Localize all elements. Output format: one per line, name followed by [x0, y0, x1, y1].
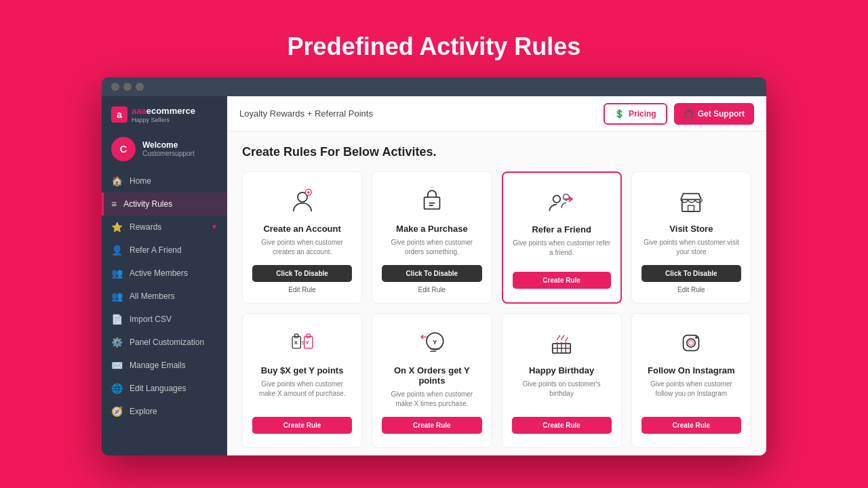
- user-sub: Customersupport: [142, 150, 195, 157]
- nav-label: All Members: [130, 291, 175, 301]
- sidebar-item-refer-a-friend[interactable]: 👤 Refer A Friend: [102, 239, 227, 262]
- support-icon: 🎧: [684, 109, 694, 119]
- sidebar-item-explore[interactable]: 🧭 Explore: [102, 400, 227, 423]
- nav-label: Active Members: [130, 268, 188, 278]
- section-title: Create Rules For Below Activites.: [242, 145, 751, 159]
- edit-rule-link-visit-store[interactable]: Edit Rule: [677, 286, 705, 293]
- nav-icon: 🧭: [111, 406, 123, 417]
- nav-items: 🏠 Home ≡ Activity Rules ⭐ Rewards ▼👤 Ref…: [102, 169, 227, 455]
- edit-rule-link-make-purchase[interactable]: Edit Rule: [418, 286, 446, 293]
- card-make-purchase: Make a PurchaseGive points when customer…: [372, 171, 492, 304]
- svg-point-29: [687, 339, 695, 347]
- create-account-icon: [285, 184, 319, 218]
- sidebar-item-active-members[interactable]: 👥 Active Members: [102, 262, 227, 285]
- card-buy-x-get-y: Y X $ Buy $X get Y pointsGive points whe…: [242, 313, 362, 448]
- sidebar-item-home[interactable]: 🏠 Home: [102, 169, 227, 192]
- follow-instagram-icon: [674, 326, 708, 360]
- nav-icon: 📄: [111, 314, 123, 325]
- visit-store-icon: [674, 184, 708, 218]
- sidebar-item-panel-customization[interactable]: ⚙️ Panel Customization: [102, 331, 227, 354]
- refer-friend-icon: [545, 185, 578, 219]
- disable-button-make-purchase[interactable]: Click To Disable: [382, 265, 481, 282]
- sidebar-item-import-csv[interactable]: 📄 Import CSV: [102, 308, 227, 331]
- svg-point-5: [553, 195, 561, 203]
- card-desc-refer-friend: Give points when customer refer a friend…: [513, 239, 611, 264]
- card-x-orders-get-y: Y On X Orders get Y pointsGive points wh…: [372, 313, 492, 448]
- cards-row-1: Create an AccountGive points when custom…: [242, 171, 751, 304]
- topbar-actions: 💲 Pricing 🎧 Get Support: [604, 103, 754, 125]
- nav-label: Explore: [130, 407, 157, 416]
- edit-rule-link-create-account[interactable]: Edit Rule: [288, 286, 316, 293]
- sidebar-logo: a aaaecommerce Happy Sellers: [102, 96, 227, 130]
- content-area: Create Rules For Below Activites. Create…: [227, 131, 766, 455]
- chevron-down-icon: ▼: [211, 223, 218, 230]
- logo-brand: aaaecommerce: [132, 106, 195, 117]
- main-content: Loyalty Rewards + Referral Points 💲 Pric…: [227, 96, 766, 455]
- svg-point-27: [565, 342, 567, 344]
- nav-icon: 👤: [111, 245, 123, 256]
- pricing-button[interactable]: 💲 Pricing: [604, 103, 667, 125]
- sidebar-item-manage-emails[interactable]: ✉️ Manage Emails: [102, 354, 227, 377]
- logo-sub: Happy Sellers: [132, 117, 195, 123]
- cards-row-2: Y X $ Buy $X get Y pointsGive points whe…: [242, 313, 751, 448]
- browser-dot-2: [123, 83, 132, 91]
- svg-text:X: X: [294, 340, 298, 346]
- sidebar-item-activity-rules[interactable]: ≡ Activity Rules: [102, 192, 227, 216]
- buy-x-get-y-icon: Y X $: [285, 326, 319, 360]
- svg-point-25: [557, 342, 559, 344]
- nav-label: Panel Customization: [130, 338, 204, 347]
- card-desc-make-purchase: Give points when customer orders somethi…: [382, 238, 481, 257]
- make-purchase-icon: [415, 184, 449, 218]
- nav-label: Refer A Friend: [130, 245, 182, 255]
- support-button[interactable]: 🎧 Get Support: [674, 103, 754, 125]
- nav-icon: ≡: [111, 199, 117, 209]
- nav-label: Home: [130, 176, 151, 186]
- pricing-icon: 💲: [614, 109, 625, 119]
- browser-dot-3: [136, 83, 144, 91]
- sidebar-item-edit-languages[interactable]: 🌐 Edit Languages: [102, 377, 227, 400]
- avatar: C: [111, 137, 136, 161]
- browser-titlebar: [102, 77, 766, 96]
- card-follow-instagram: Follow On InstagramGive points when cust…: [631, 313, 751, 448]
- nav-label: Rewards: [130, 222, 161, 232]
- nav-icon: ✉️: [111, 360, 123, 371]
- disable-button-visit-store[interactable]: Click To Disable: [642, 265, 741, 282]
- nav-icon: ⭐: [111, 222, 123, 232]
- create-button-follow-instagram[interactable]: Create Rule: [642, 417, 741, 434]
- card-desc-follow-instagram: Give points when customer follow you on …: [642, 380, 741, 409]
- sidebar-item-all-members[interactable]: 👥 All Members: [102, 285, 227, 308]
- sidebar: a aaaecommerce Happy Sellers C Welcome C…: [102, 96, 227, 455]
- card-desc-create-account: Give points when customer creates an acc…: [252, 238, 352, 257]
- card-title-visit-store: Visit Store: [669, 224, 713, 234]
- user-name: Welcome: [142, 140, 195, 150]
- disable-button-create-account[interactable]: Click To Disable: [252, 265, 352, 282]
- card-refer-friend: Refer a FriendGive points when customer …: [502, 171, 622, 304]
- card-create-account: Create an AccountGive points when custom…: [242, 171, 362, 304]
- topbar: Loyalty Rewards + Referral Points 💲 Pric…: [227, 96, 766, 131]
- create-button-x-orders-get-y[interactable]: Create Rule: [382, 417, 481, 434]
- card-title-happy-birthday: Happy Birthday: [529, 365, 594, 375]
- nav-label: Manage Emails: [130, 361, 186, 370]
- nav-label: Edit Languages: [130, 384, 186, 393]
- nav-icon: 👥: [111, 268, 123, 279]
- create-button-happy-birthday[interactable]: Create Rule: [512, 417, 612, 434]
- create-button-refer-friend[interactable]: Create Rule: [513, 272, 611, 289]
- app-wrapper: a aaaecommerce Happy Sellers C Welcome C…: [102, 96, 766, 455]
- nav-label: Activity Rules: [123, 199, 172, 209]
- create-button-buy-x-get-y[interactable]: Create Rule: [252, 417, 352, 434]
- nav-icon: 🌐: [111, 383, 123, 394]
- svg-text:Y: Y: [433, 338, 437, 346]
- user-area: C Welcome Customersupport: [102, 130, 227, 169]
- svg-text:Y: Y: [305, 340, 309, 346]
- user-info: Welcome Customersupport: [142, 140, 195, 157]
- card-desc-visit-store: Give points when customer visit your sto…: [642, 238, 741, 257]
- nav-label: Import CSV: [130, 314, 172, 324]
- svg-point-30: [696, 336, 698, 339]
- browser-dot-1: [111, 83, 119, 91]
- sidebar-item-rewards[interactable]: ⭐ Rewards ▼: [102, 216, 227, 239]
- topbar-title: Loyalty Rewards + Referral Points: [239, 108, 373, 119]
- svg-point-31: [689, 340, 694, 345]
- card-desc-happy-birthday: Give points on customer's birthday: [512, 380, 612, 409]
- svg-rect-11: [294, 334, 298, 338]
- card-title-create-account: Create an Account: [263, 224, 340, 234]
